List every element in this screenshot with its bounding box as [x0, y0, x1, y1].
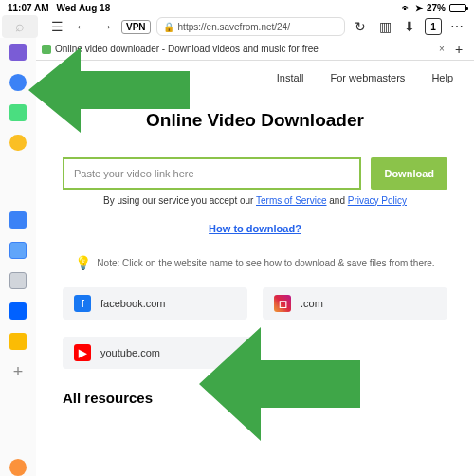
howto-link[interactable]: How to download?: [209, 223, 301, 234]
lock-icon: 🔒: [163, 22, 174, 32]
status-date: Wed Aug 18: [57, 3, 111, 13]
sidebar-docs-icon[interactable]: [9, 242, 27, 259]
url-text: https://en.savefrom.net/24/: [178, 22, 290, 32]
sidebar-browser-icon[interactable]: [9, 74, 27, 91]
tab[interactable]: Online video downloader - Download video…: [42, 44, 434, 54]
download-button-main[interactable]: Download: [371, 157, 447, 190]
site-youtube[interactable]: ▶ youtube.com: [63, 337, 259, 369]
page-title: Online Video Downloader: [63, 110, 447, 131]
terms-link[interactable]: Terms of Service: [256, 195, 326, 206]
reader-button[interactable]: ▥: [375, 17, 394, 36]
tab-close-button[interactable]: ×: [434, 44, 449, 54]
youtube-icon: ▶: [74, 344, 91, 361]
status-bar: 11:07 AM Wed Aug 18 ᯤ ➤ 27%: [0, 0, 474, 15]
privacy-link[interactable]: Privacy Policy: [348, 195, 407, 206]
content-area: Online video downloader - Download video…: [36, 38, 474, 476]
nav-webmasters[interactable]: For webmasters: [331, 72, 406, 83]
input-placeholder: Paste your video link here: [74, 168, 194, 179]
url-bar[interactable]: 🔒 https://en.savefrom.net/24/: [156, 17, 345, 36]
back-button[interactable]: ←: [72, 17, 91, 36]
sidebar-folder-icon[interactable]: [9, 44, 27, 61]
sidebar-favorites-icon[interactable]: [9, 459, 27, 476]
nav-install[interactable]: Install: [277, 72, 304, 83]
nav-help[interactable]: Help: [431, 72, 453, 83]
new-tab-button[interactable]: +: [449, 42, 468, 57]
tab-favicon: [42, 45, 51, 54]
vpn-badge[interactable]: VPN: [121, 20, 151, 34]
download-button[interactable]: ⬇: [400, 17, 419, 36]
sidebar-shield-icon[interactable]: [9, 104, 27, 121]
forward-button[interactable]: →: [97, 17, 116, 36]
all-resources-heading: All resources: [63, 390, 447, 406]
battery-percent: 27%: [427, 3, 446, 13]
more-button[interactable]: ⋯: [447, 17, 466, 36]
sidebar: +: [0, 38, 36, 476]
site-instagram[interactable]: ◻ .com: [263, 287, 447, 320]
sidebar-gdrive-icon[interactable]: [9, 333, 27, 350]
facebook-icon: f: [74, 295, 91, 312]
sidebar-dropbox-icon[interactable]: [9, 302, 27, 320]
tab-title: Online video downloader - Download video…: [55, 44, 319, 54]
bulb-icon: 💡: [75, 255, 91, 270]
reload-button[interactable]: ↻: [351, 17, 370, 36]
note-text: 💡 Note: Click on the website name to see…: [63, 255, 447, 270]
location-icon: ➤: [415, 3, 423, 13]
sidebar-gallery-icon[interactable]: [9, 272, 27, 289]
tabs-button[interactable]: 1: [425, 18, 442, 35]
search-icon: ⌕: [15, 18, 25, 35]
site-nav: Install For webmasters Help: [36, 61, 474, 83]
terms-text: By using our service you accept our Term…: [63, 195, 447, 206]
wifi-icon: ᯤ: [402, 3, 411, 13]
global-search-button[interactable]: ⌕: [2, 15, 38, 38]
sidebar-files-icon[interactable]: [9, 211, 27, 229]
sidebar-history-icon[interactable]: [9, 135, 27, 152]
browser-toolbar: ☰ ← → VPN 🔒 https://en.savefrom.net/24/ …: [40, 15, 474, 38]
instagram-icon: ◻: [274, 295, 291, 312]
video-link-input[interactable]: Paste your video link here: [63, 157, 361, 190]
battery-icon: [449, 4, 466, 12]
status-time: 11:07 AM: [8, 3, 49, 13]
site-facebook[interactable]: f facebook.com: [63, 287, 247, 320]
tab-strip: Online video downloader - Download video…: [36, 38, 474, 61]
menu-button[interactable]: ☰: [47, 17, 66, 36]
sidebar-add-button[interactable]: +: [13, 363, 24, 380]
